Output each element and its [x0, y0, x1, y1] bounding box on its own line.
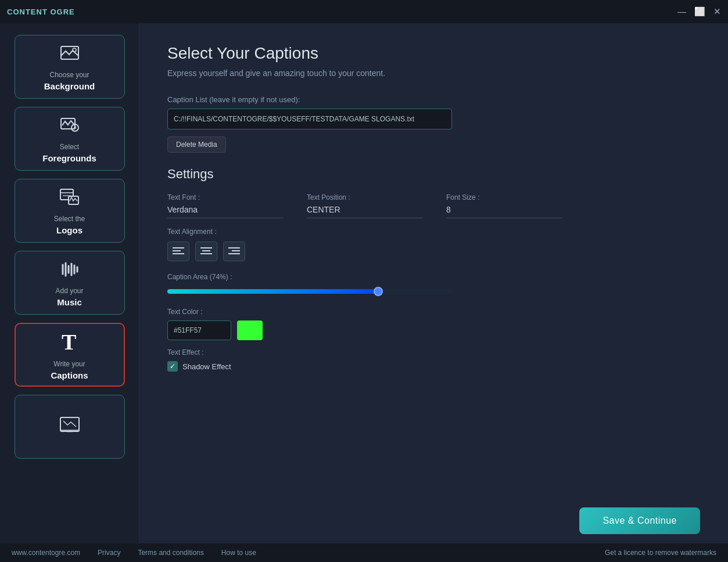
settings-row-font: Text Font : Verdana Text Position : CENT…	[167, 193, 700, 218]
sidebar-foregrounds-label-bottom: Foregrounds	[42, 153, 96, 163]
sidebar-logos-label-bottom: Logos	[56, 225, 83, 235]
text-alignment-section: Text Alignment :	[167, 228, 700, 261]
sidebar-item-preview[interactable]	[15, 395, 125, 459]
caption-area-label: Caption Area (74%) :	[167, 273, 700, 281]
sidebar-logos-label-top: Select the	[54, 215, 85, 223]
logos-icon	[59, 187, 80, 212]
sidebar-background-label-bottom: Background	[44, 81, 95, 91]
window-controls: — ⬜ ✕	[677, 6, 721, 17]
sidebar-item-foregrounds[interactable]: Select Foregrounds	[15, 107, 125, 171]
svg-text:T: T	[62, 330, 76, 353]
text-position-value[interactable]: CENTER	[307, 205, 423, 218]
text-effect-section: Text Effect : ✓ Shadow Effect	[167, 348, 700, 372]
shadow-effect-checkbox[interactable]: ✓	[167, 361, 178, 372]
sidebar-item-logos[interactable]: Select the Logos	[15, 179, 125, 243]
footer-website[interactable]: www.contentogre.com	[12, 549, 80, 557]
footer-privacy[interactable]: Privacy	[98, 549, 120, 557]
caption-area-slider-container	[167, 286, 452, 297]
page-title: Select Your Captions	[167, 44, 700, 63]
main-layout: Choose your Background Select Foreground…	[0, 23, 728, 543]
footer-terms[interactable]: Terms and conditions	[138, 549, 203, 557]
caption-area-section: Caption Area (74%) :	[167, 273, 700, 297]
text-effect-label: Text Effect :	[167, 348, 700, 356]
shadow-effect-checkbox-row[interactable]: ✓ Shadow Effect	[167, 361, 700, 372]
align-left-button[interactable]	[167, 242, 189, 261]
sidebar-item-background[interactable]: Choose your Background	[15, 35, 125, 99]
svg-rect-16	[60, 417, 79, 431]
svg-point-4	[74, 127, 76, 129]
caption-input-row	[167, 109, 700, 129]
sidebar: Choose your Background Select Foreground…	[0, 23, 139, 543]
minimize-button[interactable]: —	[677, 6, 686, 17]
titlebar: CONTENT OGRE — ⬜ ✕	[0, 0, 728, 23]
save-continue-button[interactable]: Save & Continue	[579, 507, 700, 534]
sidebar-captions-label-top: Write your	[53, 360, 85, 368]
footer: www.contentogre.com Privacy Terms and co…	[0, 543, 728, 562]
content-area: Select Your Captions Express yourself an…	[139, 23, 728, 543]
text-color-label: Text Color :	[167, 308, 700, 316]
text-alignment-label: Text Alignment :	[167, 228, 700, 236]
close-button[interactable]: ✕	[713, 6, 721, 17]
slider-thumb[interactable]	[374, 287, 383, 296]
font-size-label: Font Size :	[446, 193, 562, 201]
music-icon	[59, 259, 80, 284]
foreground-icon	[59, 115, 80, 140]
color-input-row	[167, 320, 700, 340]
font-size-value[interactable]: 8	[446, 205, 562, 218]
app-title: CONTENT OGRE	[7, 8, 75, 16]
delete-media-button[interactable]: Delete Media	[167, 136, 226, 153]
sidebar-music-label-top: Add your	[55, 287, 83, 295]
sidebar-foregrounds-label-top: Select	[60, 143, 79, 151]
captions-icon: T	[59, 330, 80, 358]
page-subtitle: Express yourself and give an amazing tou…	[167, 69, 700, 78]
align-right-button[interactable]	[223, 242, 245, 261]
sidebar-music-label-bottom: Music	[57, 297, 82, 307]
background-icon	[59, 43, 80, 69]
text-font-group: Text Font : Verdana	[167, 193, 284, 218]
save-row: Save & Continue	[167, 496, 700, 543]
align-center-button[interactable]	[195, 242, 217, 261]
text-font-label: Text Font :	[167, 193, 284, 201]
caption-list-input[interactable]	[167, 109, 452, 129]
font-size-group: Font Size : 8	[446, 193, 562, 218]
text-position-group: Text Position : CENTER	[307, 193, 423, 218]
shadow-effect-label: Shadow Effect	[182, 362, 231, 371]
footer-how-to-use[interactable]: How to use	[221, 549, 256, 557]
color-hex-input[interactable]	[167, 320, 231, 340]
footer-license[interactable]: Get a licence to remove watermarks	[605, 549, 716, 557]
settings-title: Settings	[167, 167, 700, 182]
text-font-value[interactable]: Verdana	[167, 205, 284, 218]
maximize-button[interactable]: ⬜	[694, 6, 705, 17]
svg-point-1	[73, 48, 76, 52]
alignment-buttons	[167, 242, 700, 261]
caption-list-section: Caption List (leave it empty if not used…	[167, 95, 700, 153]
preview-icon	[59, 414, 80, 439]
color-swatch[interactable]	[237, 320, 263, 340]
slider-track	[167, 289, 452, 294]
text-position-label: Text Position :	[307, 193, 423, 201]
sidebar-captions-label-bottom: Captions	[51, 370, 88, 380]
sidebar-background-label-top: Choose your	[49, 71, 89, 79]
text-color-section: Text Color :	[167, 308, 700, 340]
caption-list-label: Caption List (leave it empty if not used…	[167, 95, 700, 104]
sidebar-item-captions[interactable]: T Write your Captions	[15, 323, 125, 387]
sidebar-item-music[interactable]: Add your Music	[15, 251, 125, 315]
